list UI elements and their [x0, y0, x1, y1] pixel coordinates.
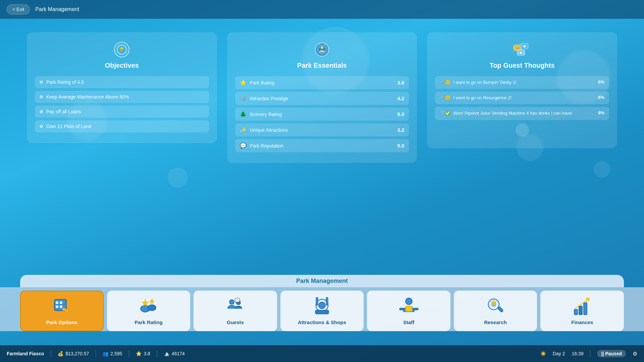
svg-text:😊: 😊 — [516, 46, 520, 50]
objectives-panel: Objectives Park Rating of 4.5Keep Averag… — [27, 32, 217, 143]
svg-text:💬: 💬 — [234, 298, 240, 303]
essential-label-3: Unique Attractions — [250, 127, 397, 133]
thoughts-list: ⚙️🙂 I want to go on Bumpin' Derby 1! 6% … — [435, 76, 609, 120]
thought-pct-1: 6% — [598, 95, 604, 100]
essential-label-2: Scenery Rating — [250, 112, 397, 117]
park-essentials-panel: ✦ ✦ Park Essentials ⭐ Park Rating 3.8 ⚙️… — [227, 32, 417, 163]
objective-item-1: Keep Average Maintenance Above 80% — [35, 91, 209, 103]
park-name: Farmland Fiasco — [7, 351, 44, 356]
svg-point-5 — [321, 46, 323, 49]
tab-label-guests: Guests — [227, 319, 244, 325]
essential-item-3: ✨ Unique Attractions 3.2 — [235, 123, 409, 136]
thought-empty-indicator — [516, 123, 529, 137]
essentials-header: ✦ ✦ Park Essentials — [235, 40, 409, 69]
thought-text-2: Woo! Pipshot Juice Vending Machine 4 has… — [453, 110, 595, 116]
essential-icon-3: ✨ — [240, 127, 247, 133]
day-value: Day 2 — [553, 351, 565, 356]
tab-park-rating[interactable]: Park Rating — [107, 291, 191, 331]
divider4 — [157, 350, 157, 357]
svg-text:💬: 💬 — [522, 45, 526, 49]
objectives-header: Objectives — [35, 40, 209, 69]
rating-icon: ⭐ — [136, 351, 142, 356]
tab-label-attractions-shops: Attractions & Shops — [298, 319, 346, 325]
thought-pct-2: 6% — [598, 110, 604, 115]
tab-icon-staff — [399, 296, 419, 316]
thought-gear-icon-0: ⚙️🙂 — [440, 80, 450, 85]
tab-park-options[interactable]: Park Options — [20, 291, 104, 331]
svg-point-20 — [62, 308, 65, 311]
essential-label-1: Attraction Prestige — [250, 96, 397, 101]
tab-icon-park-rating — [139, 296, 159, 316]
thought-gear-icon-1: ⚙️🙂 — [440, 95, 450, 100]
thought-icons-2: 🗑️✅ — [440, 111, 450, 116]
essential-item-2: 🌲 Scenery Rating 5.0 — [235, 108, 409, 121]
essential-icon-2: 🌲 — [240, 111, 247, 117]
tab-icon-attractions-shops — [312, 296, 332, 316]
thought-text-0: I want to go on Bumpin' Derby 1! — [453, 79, 595, 85]
svg-rect-18 — [60, 305, 62, 308]
obj-text-3: Own 11 Plots of Land — [46, 124, 91, 129]
tab-guests[interactable]: 💬 Guests — [194, 291, 277, 331]
tab-icon-research — [485, 296, 505, 316]
essential-icon-4: 💬 — [240, 142, 247, 149]
visitors-value: 2,595 — [110, 351, 122, 356]
svg-rect-35 — [399, 308, 404, 310]
svg-text:✦: ✦ — [319, 43, 320, 45]
thought-cup-icon-2: 🗑️✅ — [440, 111, 450, 116]
thoughts-icon: 😊 💬 💬 — [513, 40, 532, 59]
svg-rect-36 — [414, 308, 418, 310]
essential-label-0: Park Rating — [250, 80, 397, 85]
essential-label-4: Park Reputation — [250, 143, 397, 148]
obj-text-0: Park Rating of 4.5 — [46, 79, 84, 85]
money-value: $13,270.57 — [65, 351, 89, 356]
essential-value-2: 5.0 — [397, 111, 404, 117]
objective-item-3: Own 11 Plots of Land — [35, 120, 209, 132]
main-content: Objectives Park Rating of 4.5Keep Averag… — [0, 19, 644, 315]
divider3 — [129, 350, 129, 357]
settings-icon[interactable]: ⚙ — [633, 351, 637, 357]
obj-dot-2 — [40, 110, 43, 113]
exit-button[interactable]: < Exit — [7, 4, 30, 14]
thought-item-2: 🗑️✅ Woo! Pipshot Juice Vending Machine 4… — [435, 107, 609, 120]
obj-dot-0 — [40, 80, 43, 84]
svg-point-33 — [406, 298, 412, 305]
tab-label-park-rating: Park Rating — [135, 319, 162, 325]
svg-text:💬: 💬 — [519, 51, 523, 55]
svg-text:$: $ — [587, 298, 588, 301]
plot-item: 🏔️ 46174 — [164, 351, 185, 356]
management-title: Park Management — [20, 275, 624, 287]
obj-text-2: Pay off all Loans — [46, 109, 81, 114]
essential-value-1: 4.2 — [397, 96, 404, 101]
objective-item-2: Pay off all Loans — [35, 106, 209, 118]
svg-rect-32 — [315, 310, 329, 314]
svg-point-29 — [319, 302, 325, 309]
money-item: 💰 $13,270.57 — [58, 351, 89, 356]
essential-item-1: ⚙️ Attraction Prestige 4.2 — [235, 92, 409, 105]
tab-attractions-shops[interactable]: Attractions & Shops — [280, 291, 364, 331]
tab-icon-park-options — [52, 296, 72, 316]
tab-research[interactable]: Research — [454, 291, 537, 331]
money-icon: 💰 — [58, 351, 63, 356]
tab-finances[interactable]: $ Finances — [540, 291, 624, 331]
svg-marker-24 — [150, 299, 154, 304]
plot-icon: 🏔️ — [164, 351, 170, 356]
tab-icon-finances: $ — [572, 296, 592, 316]
essentials-icon: ✦ ✦ — [313, 40, 331, 59]
tab-label-research: Research — [484, 319, 507, 325]
essential-value-3: 3.2 — [397, 127, 404, 133]
essential-item-4: 💬 Park Reputation 5.0 — [235, 139, 409, 152]
paused-badge: || Paused — [597, 350, 626, 357]
tab-staff[interactable]: Staff — [367, 291, 450, 331]
sun-icon: ☀️ — [540, 351, 546, 356]
svg-rect-42 — [579, 306, 582, 315]
visitors-icon: 👥 — [103, 351, 108, 356]
thoughts-header: 😊 💬 💬 Top Guest Thoughts — [435, 40, 609, 69]
svg-rect-16 — [60, 301, 62, 304]
essential-item-0: ⭐ Park Rating 3.8 — [235, 76, 409, 89]
svg-text:✦: ✦ — [324, 43, 326, 46]
thought-text-1: I want to go on Resurgence 2! — [453, 95, 595, 101]
svg-rect-15 — [56, 301, 58, 304]
svg-rect-43 — [584, 303, 587, 315]
tab-label-staff: Staff — [403, 319, 414, 325]
status-right: ☀️ Day 2 16:39 || Paused ⚙ — [540, 350, 637, 357]
